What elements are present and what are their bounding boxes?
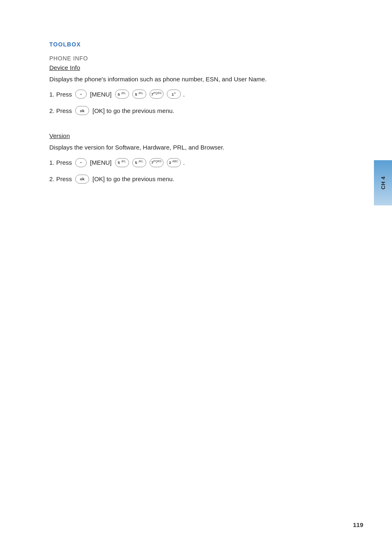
version-step2-prefix: 2. Press: [49, 175, 72, 182]
ok-label-1: [OK] to go the previous menu.: [92, 107, 174, 114]
version-key-5jkl-1: 5 JKL: [115, 158, 129, 167]
device-info-description: Displays the phone's information such as…: [49, 74, 345, 84]
version-step1-prefix: 1. Press: [49, 159, 72, 166]
version-step1: 1. Press − [MENU] 5 JKL 5 JKL 7PQRS 2 AB…: [49, 158, 345, 167]
device-info-subsection: Device Info Displays the phone's informa…: [49, 64, 345, 115]
step1-suffix: .: [183, 91, 185, 98]
ok-key-2: ok: [75, 175, 89, 184]
ok-key-1: ok: [75, 106, 89, 115]
page-number: 119: [353, 521, 363, 528]
version-menu-minus-key: −: [75, 158, 87, 167]
menu-label: [MENU]: [90, 91, 112, 98]
key-5jkl-2: 5 JKL: [132, 90, 146, 99]
version-menu-label: [MENU]: [90, 159, 112, 166]
version-key-7pqrs: 7PQRS: [150, 158, 164, 167]
version-step2: 2. Press ok [OK] to go the previous menu…: [49, 175, 345, 184]
version-title: Version: [49, 132, 70, 139]
step1-prefix: 1. Press: [49, 91, 72, 98]
version-key-2abc: 2 ABC: [167, 158, 181, 167]
version-step1-suffix: .: [183, 159, 185, 166]
toolbox-heading: TOOLBOX: [49, 41, 345, 48]
version-description: Displays the version for Software, Hardw…: [49, 143, 345, 152]
device-info-step1: 1. Press − [MENU] 5 JKL 5 JKL 7PQRS 1≡ .: [49, 90, 345, 99]
step2-prefix: 2. Press: [49, 107, 72, 114]
ch4-tab: CH 4: [374, 160, 392, 205]
device-info-step2: 2. Press ok [OK] to go the previous menu…: [49, 106, 345, 115]
key-7pqrs: 7PQRS: [150, 90, 164, 99]
version-key-5jkl-2: 5 JKL: [132, 158, 146, 167]
ok-label-2: [OK] to go the previous menu.: [92, 175, 174, 182]
key-5jkl-1: 5 JKL: [115, 90, 129, 99]
key-1: 1≡: [167, 90, 181, 99]
menu-minus-key: −: [75, 90, 87, 99]
phone-info-section-title: PHONE INFO: [49, 55, 345, 62]
device-info-title: Device Info: [49, 64, 80, 71]
version-subsection: Version Displays the version for Softwar…: [49, 132, 345, 183]
ch4-label: CH 4: [380, 176, 386, 189]
